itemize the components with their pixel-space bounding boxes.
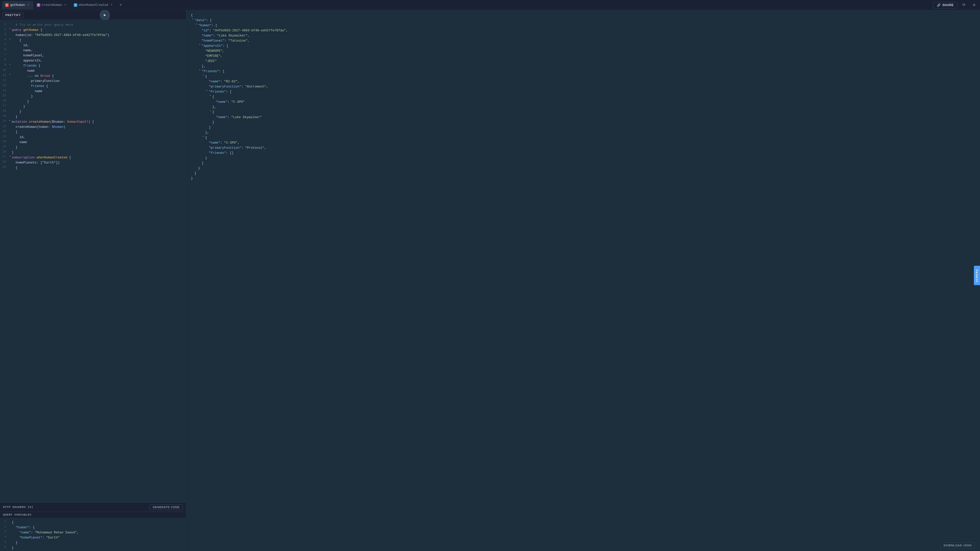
response-toggle[interactable]: ▼ (196, 23, 198, 25)
tab-getHuman[interactable]: Q getHuman × (2, 1, 33, 9)
line-toggle[interactable]: ▼ (9, 155, 12, 157)
response-content: } (198, 166, 978, 171)
response-content: } (194, 171, 978, 176)
response-content: } (205, 156, 978, 161)
history-button[interactable]: ⟳ (960, 1, 968, 9)
query-variables-area[interactable]: 1 { 2 "human": { 3 "name": "Muhammad Reh… (0, 518, 186, 551)
line-content: name (12, 89, 184, 94)
response-content: "primaryFunction": "Astromech", (209, 84, 978, 89)
share-button[interactable]: 🔗 SHARE (933, 2, 958, 8)
editor-line-23: 23 id, (0, 135, 186, 140)
var-line-number: 5 (2, 540, 9, 544)
editor-line-16: 16 } (0, 99, 186, 104)
prettify-button[interactable]: PRETTIFY (3, 12, 24, 18)
line-toggle[interactable]: ▼ (9, 119, 12, 122)
response-toggle[interactable]: ▼ (206, 89, 209, 92)
response-toggle[interactable]: ▼ (192, 18, 194, 20)
line-number: 22 (2, 130, 9, 133)
var-line-number: 2 (2, 525, 9, 529)
line-number: 6 (2, 48, 9, 52)
line-number: 9 (2, 63, 9, 67)
response-line-13: "name": "R2-D2", (186, 79, 980, 84)
response-toggle[interactable]: ▼ (210, 94, 212, 97)
line-content: name, (12, 48, 184, 53)
query-variables-header[interactable]: QUERY VARIABLES (0, 511, 186, 518)
line-content: name (12, 68, 184, 73)
response-content: "friends": [ (202, 69, 978, 74)
response-line-12: ▼ { (186, 74, 980, 79)
line-content: createHuman(human: $human) (12, 124, 184, 130)
editor-line-7: 7 homePlanet, (0, 53, 186, 58)
line-content: { (12, 165, 184, 170)
response-line-6: ▼ "appearsIn": [ (186, 43, 980, 48)
line-content: subscription whenHumanCreated { (12, 155, 184, 160)
line-content: } (12, 94, 184, 99)
tab-icon-createHuman: M (37, 3, 40, 7)
response-content: } (191, 176, 978, 181)
line-toggle[interactable]: ▼ (9, 73, 12, 76)
response-content: { (205, 74, 978, 79)
response-toggle[interactable]: ▼ (199, 69, 202, 71)
editor-line-18: 18 } (0, 109, 186, 114)
response-toggle[interactable]: ▼ (203, 135, 205, 138)
line-content: primaryFunction (12, 79, 184, 84)
top-bar: Q getHuman × M createHuman × S whenHuman… (0, 0, 980, 10)
var-line-3: 3 "name": "Muhammad Rehan Saeed", (0, 530, 186, 535)
editor-line-14: 14 name (0, 89, 186, 94)
line-content: human(id: "94fbd693-2027-4804-bf40-ed427… (12, 33, 184, 38)
var-line-content: { (12, 520, 184, 525)
var-line-content: } (12, 540, 184, 545)
download-json-button[interactable]: DOWNLOAD JSON (940, 542, 975, 548)
response-content: { (205, 135, 978, 140)
add-tab-button[interactable]: + (118, 2, 124, 8)
line-number: 24 (2, 140, 9, 143)
response-toggle[interactable]: ▼ (210, 110, 212, 112)
tab-close-createHuman[interactable]: × (64, 3, 67, 7)
line-content: homePlanet, (12, 53, 184, 58)
response-line-24: ▼ { (186, 135, 980, 140)
response-content: "primaryFunction": "Protocol", (209, 145, 978, 151)
response-toggle[interactable]: ▼ (199, 43, 202, 46)
editor-area[interactable]: 1 # Try to write your query here 2 ▼ que… (0, 20, 186, 502)
editor-line-5: 5 id, (0, 43, 186, 48)
line-number: 26 (2, 150, 9, 154)
line-content: } (12, 99, 184, 104)
line-toggle[interactable]: ▼ (9, 63, 12, 65)
response-content: }, (205, 130, 978, 135)
line-toggle[interactable]: ▼ (9, 27, 12, 30)
response-content: { (212, 94, 978, 100)
line-toggle[interactable]: ▼ (9, 38, 12, 40)
response-line-32: } (186, 176, 980, 181)
line-number: 1 (2, 22, 9, 26)
tab-createHuman[interactable]: M createHuman × (34, 1, 70, 9)
bottom-panels: HTTP HEADERS (0) GENERATE CODE QUERY VAR… (0, 502, 186, 551)
response-line-7: "NEWHOPE", (186, 48, 980, 54)
tab-whenHumanCreated[interactable]: S whenHumanCreated × (71, 1, 116, 9)
run-button[interactable]: ▶ (100, 10, 110, 20)
line-number: 2 (2, 27, 9, 31)
editor-line-28: 28 homePlanets: ["Earth"]) (0, 160, 186, 165)
tab-close-getHuman[interactable]: × (27, 3, 30, 7)
line-content: query getHuman { (12, 27, 184, 33)
line-content: friends { (12, 84, 184, 89)
settings-button[interactable]: ⚙ (970, 1, 978, 9)
editor-line-22: 22 { (0, 130, 186, 135)
editor-line-11: 11 ▼ ... on Droid { (0, 73, 186, 79)
response-toggle[interactable]: ▼ (203, 74, 205, 76)
response-line-19: ▼ { (186, 110, 980, 115)
editor-line-29: 29 { (0, 165, 186, 170)
line-content: { (12, 38, 184, 43)
response-content: "name": "C-3PO" (216, 100, 978, 105)
tab-label-whenHumanCreated: whenHumanCreated (79, 3, 108, 7)
response-content: "friends": [ (209, 89, 978, 94)
http-headers-header[interactable]: HTTP HEADERS (0) GENERATE CODE (0, 503, 186, 511)
generate-code-button[interactable]: GENERATE CODE (149, 504, 183, 510)
line-number: 28 (2, 160, 9, 164)
schema-tab[interactable]: SCHEMA (974, 266, 980, 285)
editor-line-1: 1 # Try to write your query here (0, 22, 186, 27)
response-content: "NEWHOPE", (205, 48, 978, 54)
editor-line-21: 21 createHuman(human: $human) (0, 124, 186, 130)
tab-close-whenHumanCreated[interactable]: × (110, 3, 113, 7)
editor-line-12: 12 primaryFunction (0, 79, 186, 84)
response-panel[interactable]: { ▼ "data": { ▼ "human": { "id": "94fbd6… (186, 10, 980, 551)
